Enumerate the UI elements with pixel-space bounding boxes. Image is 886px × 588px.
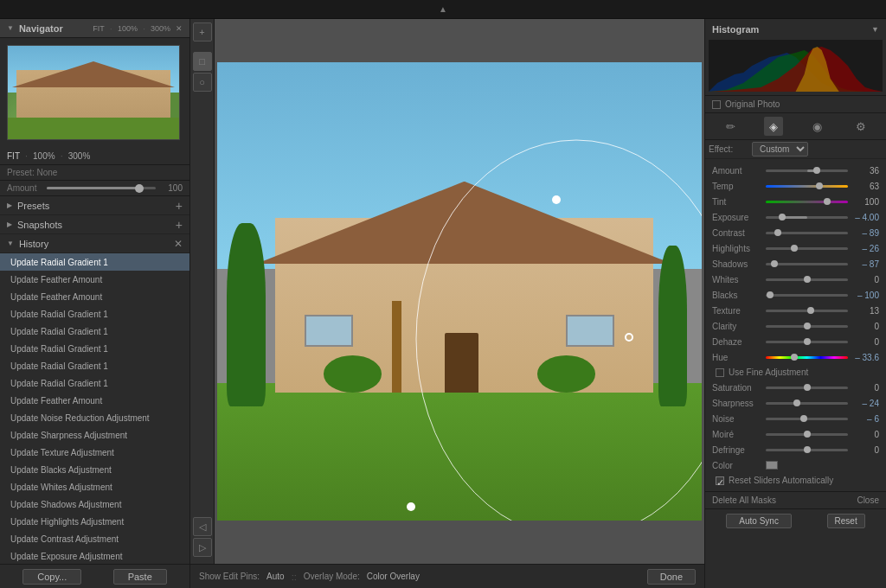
slider-blacks-track[interactable] bbox=[766, 294, 848, 297]
canvas-container[interactable] bbox=[215, 19, 704, 564]
eye-icon[interactable]: ◉ bbox=[808, 117, 827, 136]
original-photo-checkbox[interactable] bbox=[712, 100, 721, 109]
brush-icon[interactable]: ✏ bbox=[721, 117, 740, 136]
history-item-8[interactable]: Update Feather Amount bbox=[0, 392, 189, 409]
nav-right-btn[interactable]: ▷ bbox=[193, 538, 212, 557]
slider-shadows-thumb[interactable] bbox=[771, 260, 778, 267]
history-item-10[interactable]: Update Sharpness Adjustment bbox=[0, 426, 189, 444]
fine-adjustment-checkbox[interactable] bbox=[716, 368, 724, 377]
overlay-mode-value[interactable]: Color Overlay bbox=[367, 572, 420, 581]
history-item-11[interactable]: Update Texture Adjustment bbox=[0, 444, 189, 461]
presets-add-btn[interactable]: + bbox=[176, 200, 183, 212]
slider-shadows-track[interactable] bbox=[766, 263, 848, 265]
fit-label[interactable]: FIT bbox=[7, 151, 20, 161]
history-item-17[interactable]: Update Exposure Adjustment bbox=[0, 547, 189, 564]
color-swatch-neutral[interactable] bbox=[766, 461, 778, 470]
brush-tool-btn[interactable]: □ bbox=[193, 52, 212, 71]
history-item-13[interactable]: Update Whites Adjustment bbox=[0, 478, 189, 495]
history-close-btn[interactable]: ✕ bbox=[174, 238, 183, 250]
history-item-6[interactable]: Update Radial Gradient 1 bbox=[0, 357, 189, 374]
history-item-2[interactable]: Update Feather Amount bbox=[0, 288, 189, 305]
presets-section[interactable]: ▶ Presets + bbox=[0, 196, 189, 215]
slider-clarity-track[interactable] bbox=[766, 325, 848, 328]
history-item-5[interactable]: Update Radial Gradient 1 bbox=[0, 340, 189, 357]
show-edit-pins-value[interactable]: Auto bbox=[266, 572, 285, 581]
done-btn[interactable]: Done bbox=[647, 569, 696, 585]
navigator-close[interactable]: ✕ bbox=[176, 24, 183, 33]
slider-whites-track[interactable] bbox=[766, 278, 848, 281]
auto-sync-btn[interactable]: Auto Sync bbox=[726, 514, 792, 528]
slider-moire-track[interactable] bbox=[766, 433, 848, 436]
mask-icon[interactable]: ◈ bbox=[764, 117, 783, 136]
history-item-15[interactable]: Update Highlights Adjustment bbox=[0, 513, 189, 530]
slider-temp-track[interactable] bbox=[766, 185, 848, 188]
paste-btn[interactable]: Paste bbox=[113, 569, 167, 585]
fit-btn[interactable]: FIT bbox=[93, 24, 105, 33]
slider-highlights-thumb[interactable] bbox=[791, 245, 798, 252]
reset-sliders-checkbox[interactable]: ✓ bbox=[716, 476, 724, 485]
slider-exposure-track[interactable] bbox=[766, 216, 848, 219]
slider-tint-label: Tint bbox=[712, 197, 762, 207]
zoom-100-btn[interactable]: 100% bbox=[118, 24, 138, 33]
slider-texture-thumb[interactable] bbox=[807, 307, 814, 314]
history-item-12[interactable]: Update Blacks Adjustment bbox=[0, 461, 189, 478]
histogram-arrow[interactable]: ▼ bbox=[871, 25, 879, 34]
slider-whites-thumb[interactable] bbox=[804, 276, 811, 283]
slider-hue-thumb[interactable] bbox=[791, 354, 798, 361]
control-dot-left[interactable] bbox=[407, 502, 415, 511]
slider-texture-track[interactable] bbox=[766, 310, 848, 312]
slider-exposure-thumb[interactable] bbox=[779, 214, 786, 220]
zoom-300-label[interactable]: 300% bbox=[68, 151, 91, 161]
slider-dehaze-thumb[interactable] bbox=[804, 338, 811, 345]
snapshots-add-btn[interactable]: + bbox=[176, 219, 183, 231]
slider-defringe-track[interactable] bbox=[766, 449, 848, 451]
slider-noise-track[interactable] bbox=[766, 418, 848, 420]
slider-hue-track[interactable] bbox=[766, 356, 848, 359]
delete-masks-btn[interactable]: Delete All Masks bbox=[712, 495, 776, 505]
slider-tint-thumb[interactable] bbox=[824, 198, 831, 205]
history-item-1[interactable]: Update Feather Amount bbox=[0, 271, 189, 288]
slider-highlights-track[interactable] bbox=[766, 247, 848, 250]
slider-dehaze-track[interactable] bbox=[766, 341, 848, 343]
snapshots-section[interactable]: ▶ Snapshots + bbox=[0, 215, 189, 234]
slider-defringe-thumb[interactable] bbox=[804, 446, 811, 453]
slider-temp-thumb[interactable] bbox=[816, 182, 823, 189]
control-dot-top[interactable] bbox=[552, 195, 561, 204]
copy-btn[interactable]: Copy... bbox=[22, 569, 81, 585]
close-masks-btn[interactable]: Close bbox=[857, 495, 879, 505]
reset-btn[interactable]: Reset bbox=[827, 514, 865, 528]
history-item-14[interactable]: Update Shadows Adjustment bbox=[0, 495, 189, 513]
effect-dropdown[interactable]: Custom bbox=[752, 142, 808, 157]
amount-thumb[interactable] bbox=[135, 184, 144, 193]
slider-contrast-thumb[interactable] bbox=[774, 229, 781, 236]
zoom-100-label[interactable]: 100% bbox=[33, 151, 55, 161]
history-item-0[interactable]: Update Radial Gradient 1 bbox=[0, 253, 189, 271]
slider-blacks-thumb[interactable] bbox=[767, 291, 774, 298]
nav-left-btn[interactable]: ◁ bbox=[193, 517, 212, 536]
control-dot-center[interactable] bbox=[625, 333, 633, 342]
slider-moire-thumb[interactable] bbox=[804, 431, 811, 438]
photo-canvas[interactable] bbox=[217, 62, 702, 521]
history-item-3[interactable]: Update Radial Gradient 1 bbox=[0, 305, 189, 323]
slider-tint-track[interactable] bbox=[766, 201, 848, 203]
eraser-tool-btn[interactable]: ○ bbox=[193, 73, 212, 92]
slider-sharpness-thumb[interactable] bbox=[793, 399, 800, 406]
slider-noise-thumb[interactable] bbox=[800, 415, 807, 422]
slider-sharpness-track[interactable] bbox=[766, 402, 848, 405]
slider-saturation-thumb[interactable] bbox=[804, 384, 811, 391]
slider-amount-track[interactable] bbox=[766, 169, 848, 172]
slider-amount-thumb[interactable] bbox=[813, 167, 820, 174]
history-item-4[interactable]: Update Radial Gradient 1 bbox=[0, 323, 189, 340]
gear-icon[interactable]: ⚙ bbox=[851, 117, 870, 136]
nav-image-preview[interactable] bbox=[7, 45, 180, 140]
zoom-300-btn[interactable]: 300% bbox=[151, 24, 170, 33]
history-item-7[interactable]: Update Radial Gradient 1 bbox=[0, 374, 189, 392]
add-tool-btn[interactable]: + bbox=[193, 22, 212, 42]
history-section-header[interactable]: ▼ History ✕ bbox=[0, 234, 189, 253]
amount-slider[interactable] bbox=[47, 187, 156, 189]
slider-clarity-thumb[interactable] bbox=[804, 323, 811, 329]
slider-contrast-track[interactable] bbox=[766, 232, 848, 234]
history-item-9[interactable]: Update Noise Reduction Adjustment bbox=[0, 409, 189, 426]
history-item-16[interactable]: Update Contrast Adjustment bbox=[0, 530, 189, 547]
slider-saturation-track[interactable] bbox=[766, 387, 848, 389]
